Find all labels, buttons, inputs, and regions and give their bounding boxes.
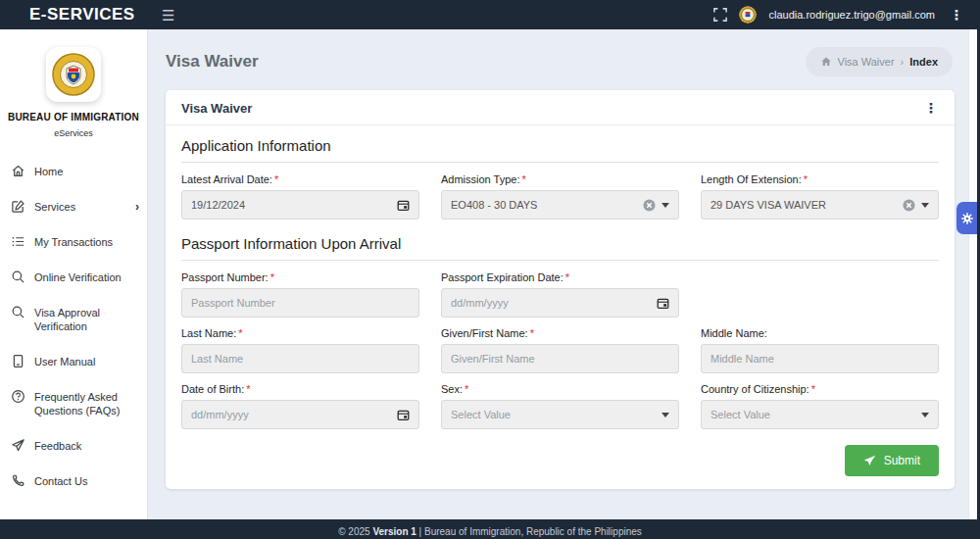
selected-value: EO408 - 30 DAYS xyxy=(451,199,637,211)
field-given-first-name: Given/First Name:* xyxy=(441,327,679,373)
sidebar-item-label: Online Verification xyxy=(34,270,139,284)
given-first-name-input[interactable] xyxy=(441,344,679,373)
list-icon xyxy=(11,234,25,249)
sidebar-item-home[interactable]: Home xyxy=(0,154,147,189)
text-input[interactable] xyxy=(191,353,410,365)
date-text[interactable] xyxy=(191,199,391,211)
footer-copyright: © 2025 xyxy=(338,526,372,537)
passport-expiration-date-input[interactable] xyxy=(441,288,679,318)
search-icon xyxy=(11,270,25,284)
user-email[interactable]: claudia.rodriguez.trigo@gmail.com xyxy=(768,9,935,21)
field-last-name: Last Name:* xyxy=(181,327,419,373)
field-label: Country of Citizenship:* xyxy=(701,383,939,395)
sidebar-item-label: Frequently Asked Questions (FAQs) xyxy=(34,390,139,417)
menu-icon[interactable]: ☰ xyxy=(162,8,174,23)
field-label: Sex:* xyxy=(441,383,679,395)
field-label: Passport Number:* xyxy=(181,271,419,283)
sidebar-item-services[interactable]: Services › xyxy=(0,189,147,224)
passport-number-input[interactable] xyxy=(181,288,419,318)
clear-icon[interactable] xyxy=(903,199,915,212)
card-title: Visa Waiver xyxy=(181,101,252,116)
text-input[interactable] xyxy=(191,297,410,309)
main-content: Visa Waiver Visa Waiver › Index Visa Wai… xyxy=(149,29,968,519)
selected-value: 29 DAYS VISA WAIVER xyxy=(710,199,897,211)
text-input[interactable] xyxy=(710,353,929,365)
user-avatar[interactable] xyxy=(739,6,757,24)
field-label: Given/First Name:* xyxy=(441,327,679,339)
scrollbar[interactable] xyxy=(968,29,977,519)
sex-select[interactable]: Select Value xyxy=(441,400,679,429)
submit-label: Submit xyxy=(884,454,920,467)
phone-icon xyxy=(11,473,25,488)
date-text[interactable] xyxy=(451,297,651,309)
text-input[interactable] xyxy=(451,353,669,365)
footer: © 2025 Version 1 | Bureau of Immigration… xyxy=(0,519,980,539)
admission-type-select[interactable]: EO408 - 30 DAYS xyxy=(441,190,679,220)
sidebar-item-contact-us[interactable]: Contact Us xyxy=(0,464,147,499)
breadcrumb: Visa Waiver › Index xyxy=(806,47,953,76)
field-label: Latest Arrival Date:* xyxy=(181,173,419,185)
boi-logo xyxy=(46,47,101,102)
send-icon xyxy=(11,438,25,453)
latest-arrival-date-input[interactable] xyxy=(181,190,419,220)
breadcrumb-separator: › xyxy=(901,56,905,68)
field-passport-expiration-date: Passport Expiration Date:* xyxy=(441,271,679,318)
chevron-down-icon xyxy=(662,203,669,208)
field-label: Passport Expiration Date:* xyxy=(441,271,679,283)
calendar-icon[interactable] xyxy=(397,409,410,421)
topbar: E-SERVICES ☰ claudia.rodriguez.trigo@gma… xyxy=(0,0,980,29)
sidebar-item-label: Feedback xyxy=(34,439,139,453)
card-kebab-icon[interactable]: ⋮ xyxy=(921,100,941,116)
sidebar-item-faqs[interactable]: Frequently Asked Questions (FAQs) xyxy=(0,379,147,428)
page-title: Visa Waiver xyxy=(166,52,259,72)
settings-panel-toggle[interactable] xyxy=(956,202,977,234)
date-text[interactable] xyxy=(191,409,391,420)
section-application-information: Application Information xyxy=(181,137,939,163)
footer-text: | Bureau of Immigration, Republic of the… xyxy=(416,526,642,537)
footer-version: Version 1 xyxy=(372,526,416,537)
chevron-down-icon xyxy=(921,203,929,208)
field-middle-name: Middle Name: xyxy=(701,327,939,373)
field-sex: Sex:* Select Value xyxy=(441,383,679,429)
question-circle-icon xyxy=(11,389,25,404)
fullscreen-icon[interactable] xyxy=(713,8,727,22)
submit-button[interactable]: Submit xyxy=(845,445,939,476)
chevron-down-icon xyxy=(662,413,669,417)
middle-name-input[interactable] xyxy=(701,344,939,373)
send-icon xyxy=(863,455,876,467)
visa-waiver-card: Visa Waiver ⋮ Application Information La… xyxy=(166,90,955,489)
field-admission-type: Admission Type:* EO408 - 30 DAYS xyxy=(441,173,679,220)
org-name: BUREAU OF IMMIGRATION xyxy=(0,112,147,122)
breadcrumb-parent[interactable]: Visa Waiver xyxy=(838,56,895,68)
chevron-down-icon xyxy=(921,413,929,417)
calendar-icon[interactable] xyxy=(397,199,410,212)
grid-spacer xyxy=(701,271,939,318)
country-of-citizenship-select[interactable]: Select Value xyxy=(701,400,939,429)
sidebar-item-visa-approval-verification[interactable]: Visa Approval Verification xyxy=(0,295,147,344)
calendar-icon[interactable] xyxy=(657,297,669,310)
kebab-menu-icon[interactable]: ⋮ xyxy=(947,7,966,23)
sidebar-item-feedback[interactable]: Feedback xyxy=(0,428,147,464)
field-latest-arrival-date: Latest Arrival Date:* xyxy=(181,173,419,220)
sidebar-item-label: User Manual xyxy=(34,355,139,368)
field-date-of-birth: Date of Birth:* xyxy=(181,383,419,429)
last-name-input[interactable] xyxy=(181,344,419,373)
selected-value: Select Value xyxy=(451,409,656,420)
selected-value: Select Value xyxy=(710,409,915,420)
sidebar-item-label: My Transactions xyxy=(34,235,139,249)
edit-icon xyxy=(11,199,25,214)
section-passport-information: Passport Information Upon Arrival xyxy=(181,235,939,261)
sidebar-item-my-transactions[interactable]: My Transactions xyxy=(0,224,147,260)
sidebar-item-label: Home xyxy=(34,165,139,178)
sidebar-item-label: Services xyxy=(34,200,126,214)
clear-icon[interactable] xyxy=(643,199,656,212)
sidebar-item-label: Contact Us xyxy=(34,474,139,488)
length-of-extension-select[interactable]: 29 DAYS VISA WAIVER xyxy=(701,190,939,220)
app-brand: E-SERVICES xyxy=(0,5,148,24)
sidebar-item-online-verification[interactable]: Online Verification xyxy=(0,260,147,295)
sidebar-item-label: Visa Approval Verification xyxy=(34,306,139,333)
date-of-birth-input[interactable] xyxy=(181,400,419,429)
field-label: Middle Name: xyxy=(701,327,939,339)
chevron-right-icon: › xyxy=(135,200,139,214)
sidebar-item-user-manual[interactable]: User Manual xyxy=(0,344,147,379)
